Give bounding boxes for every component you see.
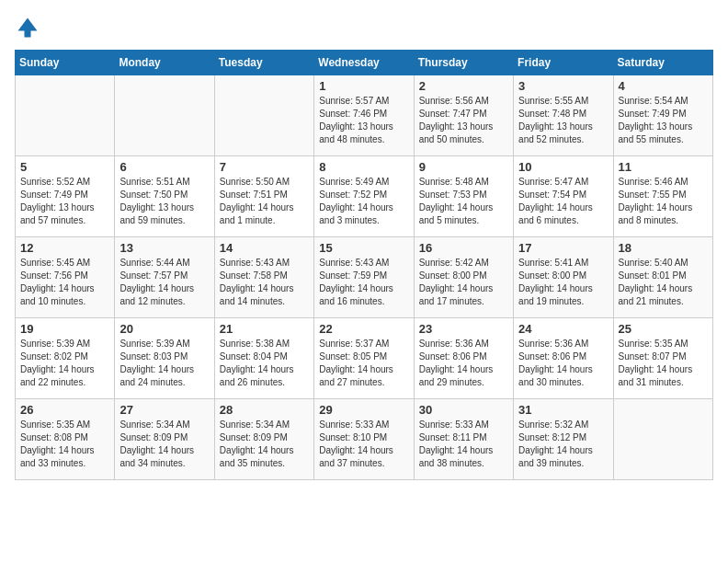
day-cell: 8Sunrise: 5:49 AM Sunset: 7:52 PM Daylig… (314, 156, 414, 237)
day-number: 23 (419, 322, 508, 336)
day-number: 4 (619, 79, 708, 93)
day-cell: 25Sunrise: 5:35 AM Sunset: 8:07 PM Dayli… (613, 318, 712, 399)
header-tuesday: Tuesday (214, 51, 313, 75)
day-content: Sunrise: 5:41 AM Sunset: 8:00 PM Dayligh… (518, 257, 608, 308)
day-cell: 7Sunrise: 5:50 AM Sunset: 7:51 PM Daylig… (214, 156, 313, 237)
day-content: Sunrise: 5:51 AM Sunset: 7:50 PM Dayligh… (119, 176, 209, 227)
day-cell: 9Sunrise: 5:48 AM Sunset: 7:53 PM Daylig… (414, 156, 513, 237)
day-content: Sunrise: 5:36 AM Sunset: 8:06 PM Dayligh… (419, 338, 508, 389)
day-number: 19 (20, 322, 109, 336)
day-content: Sunrise: 5:46 AM Sunset: 7:55 PM Dayligh… (619, 176, 708, 227)
header-friday: Friday (514, 51, 613, 75)
day-content: Sunrise: 5:34 AM Sunset: 8:09 PM Dayligh… (119, 419, 209, 470)
day-cell (115, 75, 214, 156)
day-cell: 22Sunrise: 5:37 AM Sunset: 8:05 PM Dayli… (314, 318, 414, 399)
day-number: 5 (20, 160, 109, 174)
day-content: Sunrise: 5:34 AM Sunset: 8:09 PM Dayligh… (220, 419, 309, 470)
week-row-4: 19Sunrise: 5:39 AM Sunset: 8:02 PM Dayli… (16, 318, 713, 399)
day-number: 16 (419, 241, 508, 255)
day-cell: 24Sunrise: 5:36 AM Sunset: 8:06 PM Dayli… (514, 318, 613, 399)
header-sunday: Sunday (16, 51, 115, 75)
day-cell: 23Sunrise: 5:36 AM Sunset: 8:06 PM Dayli… (414, 318, 513, 399)
day-number: 14 (220, 241, 309, 255)
day-cell: 15Sunrise: 5:43 AM Sunset: 7:59 PM Dayli… (314, 237, 414, 318)
day-content: Sunrise: 5:52 AM Sunset: 7:49 PM Dayligh… (20, 176, 109, 227)
svg-marker-0 (18, 18, 38, 38)
day-number: 9 (419, 160, 508, 174)
header-wednesday: Wednesday (314, 51, 414, 75)
day-number: 20 (119, 322, 209, 336)
day-content: Sunrise: 5:39 AM Sunset: 8:03 PM Dayligh… (119, 338, 209, 389)
day-content: Sunrise: 5:37 AM Sunset: 8:05 PM Dayligh… (319, 338, 408, 389)
day-cell: 27Sunrise: 5:34 AM Sunset: 8:09 PM Dayli… (115, 399, 214, 480)
day-content: Sunrise: 5:33 AM Sunset: 8:11 PM Dayligh… (419, 419, 508, 470)
day-cell (613, 399, 712, 480)
day-number: 13 (119, 241, 209, 255)
day-cell: 17Sunrise: 5:41 AM Sunset: 8:00 PM Dayli… (514, 237, 613, 318)
day-number: 26 (20, 403, 109, 417)
day-content: Sunrise: 5:43 AM Sunset: 7:58 PM Dayligh… (220, 257, 309, 308)
day-number: 1 (319, 79, 408, 93)
day-cell: 4Sunrise: 5:54 AM Sunset: 7:49 PM Daylig… (613, 75, 712, 156)
day-cell (214, 75, 313, 156)
week-row-5: 26Sunrise: 5:35 AM Sunset: 8:08 PM Dayli… (16, 399, 713, 480)
day-cell: 30Sunrise: 5:33 AM Sunset: 8:11 PM Dayli… (414, 399, 513, 480)
day-content: Sunrise: 5:49 AM Sunset: 7:52 PM Dayligh… (319, 176, 408, 227)
header-monday: Monday (115, 51, 214, 75)
day-content: Sunrise: 5:40 AM Sunset: 8:01 PM Dayligh… (619, 257, 708, 308)
day-number: 8 (319, 160, 408, 174)
day-content: Sunrise: 5:44 AM Sunset: 7:57 PM Dayligh… (119, 257, 209, 308)
day-content: Sunrise: 5:48 AM Sunset: 7:53 PM Dayligh… (419, 176, 508, 227)
day-cell: 11Sunrise: 5:46 AM Sunset: 7:55 PM Dayli… (613, 156, 712, 237)
day-number: 7 (220, 160, 309, 174)
day-cell: 10Sunrise: 5:47 AM Sunset: 7:54 PM Dayli… (514, 156, 613, 237)
day-cell: 18Sunrise: 5:40 AM Sunset: 8:01 PM Dayli… (613, 237, 712, 318)
day-cell: 31Sunrise: 5:32 AM Sunset: 8:12 PM Dayli… (514, 399, 613, 480)
day-number: 3 (518, 79, 608, 93)
day-content: Sunrise: 5:35 AM Sunset: 8:07 PM Dayligh… (619, 338, 708, 389)
day-number: 6 (119, 160, 209, 174)
day-content: Sunrise: 5:56 AM Sunset: 7:47 PM Dayligh… (419, 95, 508, 146)
day-number: 15 (319, 241, 408, 255)
day-content: Sunrise: 5:33 AM Sunset: 8:10 PM Dayligh… (319, 419, 408, 470)
day-number: 11 (619, 160, 708, 174)
day-content: Sunrise: 5:50 AM Sunset: 7:51 PM Dayligh… (220, 176, 309, 227)
day-number: 30 (419, 403, 508, 417)
day-content: Sunrise: 5:43 AM Sunset: 7:59 PM Dayligh… (319, 257, 408, 308)
day-cell: 12Sunrise: 5:45 AM Sunset: 7:56 PM Dayli… (16, 237, 115, 318)
day-content: Sunrise: 5:57 AM Sunset: 7:46 PM Dayligh… (319, 95, 408, 146)
day-cell: 19Sunrise: 5:39 AM Sunset: 8:02 PM Dayli… (16, 318, 115, 399)
day-cell: 28Sunrise: 5:34 AM Sunset: 8:09 PM Dayli… (214, 399, 313, 480)
calendar-table: SundayMondayTuesdayWednesdayThursdayFrid… (15, 50, 713, 480)
header-row: SundayMondayTuesdayWednesdayThursdayFrid… (16, 51, 713, 75)
week-row-2: 5Sunrise: 5:52 AM Sunset: 7:49 PM Daylig… (16, 156, 713, 237)
day-content: Sunrise: 5:55 AM Sunset: 7:48 PM Dayligh… (518, 95, 608, 146)
day-number: 29 (319, 403, 408, 417)
day-cell: 6Sunrise: 5:51 AM Sunset: 7:50 PM Daylig… (115, 156, 214, 237)
day-cell: 13Sunrise: 5:44 AM Sunset: 7:57 PM Dayli… (115, 237, 214, 318)
day-content: Sunrise: 5:35 AM Sunset: 8:08 PM Dayligh… (20, 419, 109, 470)
logo-icon (15, 15, 40, 40)
day-cell: 26Sunrise: 5:35 AM Sunset: 8:08 PM Dayli… (16, 399, 115, 480)
day-number: 2 (419, 79, 508, 93)
day-number: 22 (319, 322, 408, 336)
day-cell: 14Sunrise: 5:43 AM Sunset: 7:58 PM Dayli… (214, 237, 313, 318)
day-number: 21 (220, 322, 309, 336)
day-content: Sunrise: 5:32 AM Sunset: 8:12 PM Dayligh… (518, 419, 608, 470)
day-content: Sunrise: 5:47 AM Sunset: 7:54 PM Dayligh… (518, 176, 608, 227)
day-number: 12 (20, 241, 109, 255)
page-header (15, 15, 713, 40)
logo (15, 15, 44, 40)
day-content: Sunrise: 5:42 AM Sunset: 8:00 PM Dayligh… (419, 257, 508, 308)
day-cell: 21Sunrise: 5:38 AM Sunset: 8:04 PM Dayli… (214, 318, 313, 399)
day-number: 18 (619, 241, 708, 255)
day-cell: 3Sunrise: 5:55 AM Sunset: 7:48 PM Daylig… (514, 75, 613, 156)
day-number: 31 (518, 403, 608, 417)
day-number: 27 (119, 403, 209, 417)
day-cell (16, 75, 115, 156)
header-thursday: Thursday (414, 51, 513, 75)
day-number: 24 (518, 322, 608, 336)
day-cell: 2Sunrise: 5:56 AM Sunset: 7:47 PM Daylig… (414, 75, 513, 156)
day-content: Sunrise: 5:45 AM Sunset: 7:56 PM Dayligh… (20, 257, 109, 308)
day-content: Sunrise: 5:38 AM Sunset: 8:04 PM Dayligh… (220, 338, 309, 389)
